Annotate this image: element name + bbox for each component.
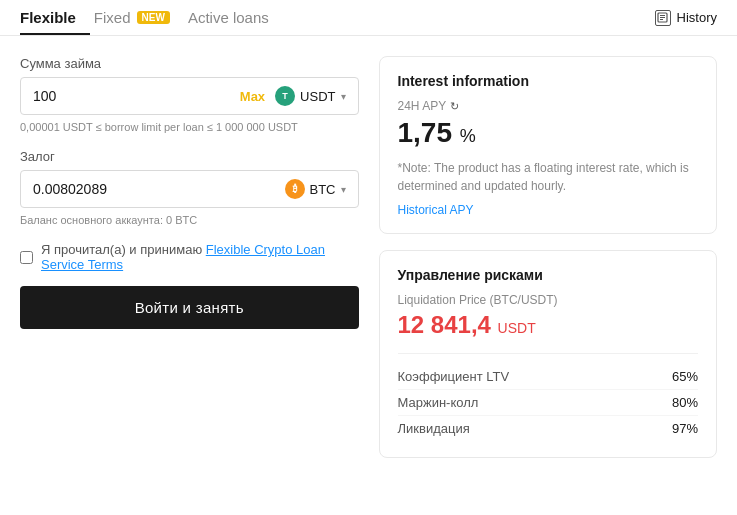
left-panel: Сумма займа Max T USDT ▾ 0,00001 USDT ≤ … (20, 56, 359, 458)
loan-token-chevron: ▾ (341, 91, 346, 102)
risk-row-margin: Маржин-колл 80% (398, 390, 699, 416)
risk-row-ltv: Коэффициент LTV 65% (398, 364, 699, 390)
usdt-icon: T (275, 86, 295, 106)
btc-icon: ₿ (285, 179, 305, 199)
apy-value: 1,75 % (398, 117, 699, 149)
risk-row-liquidation: Ликвидация 97% (398, 416, 699, 441)
loan-label: Сумма займа (20, 56, 359, 71)
tab-flexible[interactable]: Flexible (20, 1, 90, 34)
terms-row: Я прочитал(а) и принимаю Flexible Crypto… (20, 242, 359, 272)
loan-hint: 0,00001 USDT ≤ borrow limit per loan ≤ 1… (20, 121, 359, 133)
interest-card: Interest information 24H APY ↻ 1,75 % *N… (379, 56, 718, 234)
risk-row-margin-value: 80% (672, 395, 698, 410)
risk-row-ltv-label: Коэффициент LTV (398, 369, 510, 384)
collateral-input-row: ₿ BTC ▾ (20, 170, 359, 208)
tab-flexible-label: Flexible (20, 9, 76, 26)
loan-token-selector[interactable]: T USDT ▾ (275, 86, 345, 106)
risk-row-liquidation-value: 97% (672, 421, 698, 436)
collateral-token-chevron: ▾ (341, 184, 346, 195)
loan-max-button[interactable]: Max (240, 89, 265, 104)
liquidation-value: 12 841,4 USDT (398, 311, 699, 339)
apy-refresh-icon[interactable]: ↻ (450, 100, 459, 113)
risk-rows: Коэффициент LTV 65% Маржин-колл 80% Ликв… (398, 353, 699, 441)
tab-fixed-label: Fixed (94, 9, 131, 26)
apy-label: 24H APY ↻ (398, 99, 699, 113)
risk-row-margin-label: Маржин-колл (398, 395, 479, 410)
terms-checkbox[interactable] (20, 251, 33, 264)
history-label: History (677, 10, 717, 25)
right-panel: Interest information 24H APY ↻ 1,75 % *N… (379, 56, 718, 458)
loan-input[interactable] (33, 88, 240, 104)
note-text: *Note: The product has a floating intere… (398, 159, 699, 195)
risk-row-liquidation-label: Ликвидация (398, 421, 470, 436)
balance-text: Баланс основного аккаунта: 0 BTC (20, 214, 359, 226)
history-icon (655, 10, 671, 26)
collateral-token-label: BTC (310, 182, 336, 197)
history-button[interactable]: History (655, 10, 717, 26)
loan-token-label: USDT (300, 89, 335, 104)
risk-row-ltv-value: 65% (672, 369, 698, 384)
checkbox-label: Я прочитал(а) и принимаю Flexible Crypto… (41, 242, 359, 272)
submit-button[interactable]: Войти и занять (20, 286, 359, 329)
tab-fixed[interactable]: Fixed NEW (94, 1, 184, 34)
loan-input-row: Max T USDT ▾ (20, 77, 359, 115)
risk-card: Управление рисками Liquidation Price (BT… (379, 250, 718, 458)
interest-title: Interest information (398, 73, 699, 89)
historical-apy-link[interactable]: Historical APY (398, 203, 699, 217)
main-content: Сумма займа Max T USDT ▾ 0,00001 USDT ≤ … (0, 36, 737, 478)
collateral-input[interactable] (33, 181, 285, 197)
liquidation-label: Liquidation Price (BTC/USDT) (398, 293, 699, 307)
header-tabs: Flexible Fixed NEW Active loans History (0, 0, 737, 36)
loan-section: Сумма займа Max T USDT ▾ 0,00001 USDT ≤ … (20, 56, 359, 133)
tab-active-loans[interactable]: Active loans (188, 1, 283, 34)
collateral-section: Залог ₿ BTC ▾ Баланс основного аккаунта:… (20, 149, 359, 226)
collateral-token-selector[interactable]: ₿ BTC ▾ (285, 179, 346, 199)
tab-active-loans-label: Active loans (188, 9, 269, 26)
risk-title: Управление рисками (398, 267, 699, 283)
tab-fixed-badge: NEW (137, 11, 170, 24)
collateral-label: Залог (20, 149, 359, 164)
